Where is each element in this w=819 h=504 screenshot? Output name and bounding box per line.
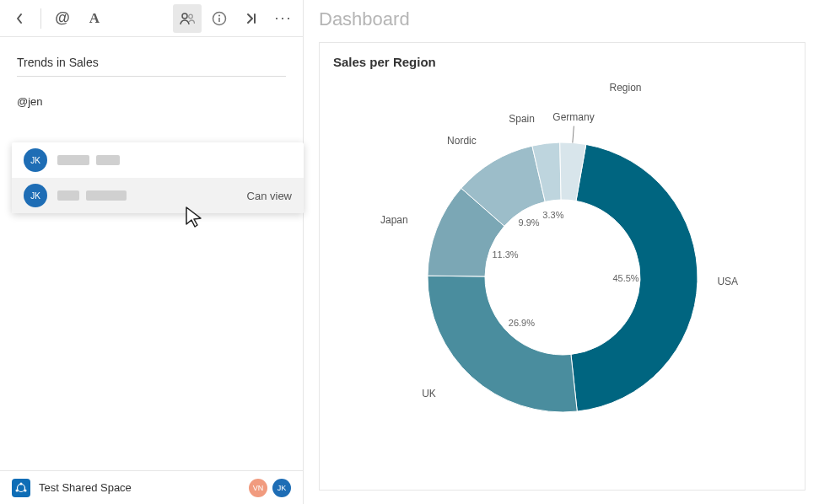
notes-panel: @ A: [0, 0, 304, 504]
dashboard-title: Dashboard: [319, 8, 806, 30]
goto-end-button[interactable]: [237, 4, 266, 33]
avatar: JK: [24, 148, 47, 172]
slice-percent: 11.3%: [492, 249, 518, 260]
separator: [40, 8, 41, 29]
back-button[interactable]: [5, 4, 34, 33]
people-icon: [180, 12, 195, 25]
slice-percent: 9.9%: [519, 217, 540, 228]
slice-label: Japan: [380, 214, 408, 226]
svg-point-3: [218, 14, 220, 16]
people-button[interactable]: [173, 4, 202, 33]
svg-point-0: [182, 13, 187, 19]
user-avatar[interactable]: VN: [249, 479, 267, 497]
suggestion-item[interactable]: JK Can view: [12, 178, 304, 213]
mention-suggestions: JK JK Can view: [12, 142, 304, 213]
info-icon: [212, 11, 227, 26]
donut-slice[interactable]: [428, 276, 577, 412]
suggestion-item[interactable]: JK: [12, 142, 304, 178]
slice-label: Nordic: [447, 135, 477, 147]
space-icon: [12, 479, 30, 497]
redacted-name: [57, 155, 120, 165]
svg-rect-4: [218, 18, 220, 22]
redacted-name: [57, 190, 127, 201]
svg-point-8: [24, 489, 27, 491]
chart-title: Sales per Region: [333, 55, 791, 69]
info-button[interactable]: [205, 4, 234, 33]
mention-button[interactable]: @: [48, 4, 77, 33]
donut-chart: USA45.5%UK26.9%Japan11.3%Nordic9.9%Spain…: [320, 73, 805, 481]
slice-label: UK: [422, 388, 436, 399]
more-button[interactable]: ···: [269, 4, 298, 33]
panel-toolbar: @ A: [0, 0, 303, 37]
goto-end-icon: [245, 13, 257, 24]
donut-svg: [411, 126, 714, 429]
svg-point-6: [18, 484, 25, 491]
slice-label: Germany: [552, 111, 594, 123]
chart-card: Sales per Region Region USA45.5%UK26.9%J…: [319, 42, 806, 491]
footer-bar: Test Shared Space VN JK: [0, 470, 303, 504]
section-title: Trends in Sales: [17, 56, 286, 77]
avatar: JK: [24, 184, 47, 207]
panel-body: Trends in Sales @jen JK JK Can vi: [0, 37, 303, 470]
svg-point-1: [189, 14, 193, 19]
slice-label: USA: [717, 276, 738, 287]
slice-percent: 3.3%: [542, 210, 563, 220]
slice-label: Spain: [509, 113, 535, 125]
svg-point-7: [20, 482, 23, 485]
user-avatar[interactable]: JK: [272, 479, 291, 497]
svg-point-9: [16, 489, 19, 491]
text-style-button[interactable]: A: [80, 4, 109, 33]
permission-label: Can view: [247, 190, 292, 202]
slice-percent: 45.5%: [612, 273, 638, 283]
slice-percent: 26.9%: [509, 318, 535, 328]
mention-input[interactable]: @jen: [17, 95, 286, 108]
space-name[interactable]: Test Shared Space: [39, 481, 132, 494]
main-content: Dashboard Sales per Region Region USA45.…: [304, 0, 819, 504]
